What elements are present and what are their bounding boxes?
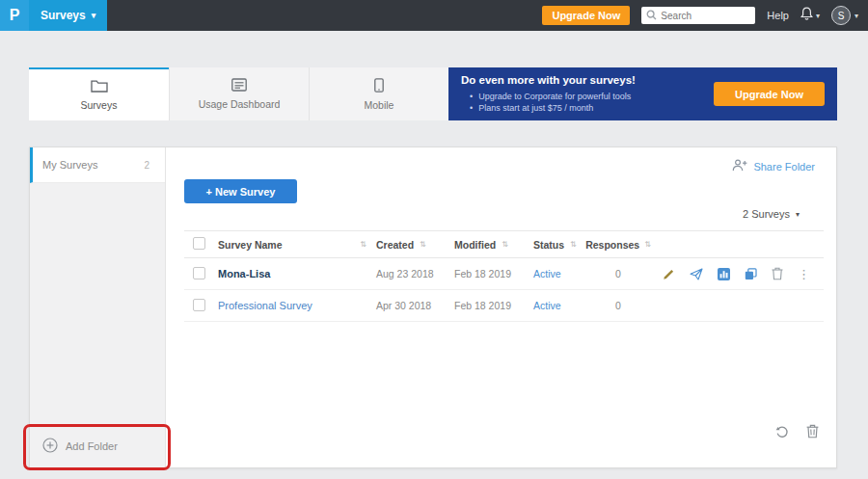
column-header-label: Created (376, 239, 414, 251)
column-header-modified[interactable]: Modified ⇅ (454, 239, 533, 251)
responses-count: 0 (615, 268, 621, 279)
avatar: S (831, 6, 851, 25)
row-select-cell (184, 267, 218, 281)
tab-strip: Surveys Usage Dashboard Mobile (29, 67, 448, 120)
app-logo[interactable]: P (0, 0, 29, 31)
surveys-table: Survey Name ⇅ Created ⇅ Modified ⇅ Statu… (184, 230, 824, 322)
promo-bullet: • Plans start at just $75 / month (470, 102, 631, 114)
product-menu-label: Surveys (41, 9, 86, 22)
survey-name-link[interactable]: Professional Survey (218, 300, 312, 311)
upgrade-now-banner-button[interactable]: Upgrade Now (714, 82, 825, 106)
promo-bullet-text: Upgrade to Corporate for powerful tools (478, 91, 631, 102)
tab-mobile[interactable]: Mobile (309, 67, 448, 120)
status-badge: Active (533, 268, 561, 279)
chevron-down-icon: ▾ (92, 11, 96, 20)
duplicate-icon[interactable] (745, 268, 757, 280)
select-all-checkbox[interactable] (193, 237, 205, 250)
folder-count: 2 (144, 160, 149, 171)
sort-icon[interactable]: ⇅ (644, 240, 651, 249)
row-checkbox[interactable] (193, 267, 205, 279)
folders-sidebar: My Surveys 2 Add Folder (30, 147, 166, 467)
app-logo-letter: P (10, 7, 20, 24)
product-menu[interactable]: Surveys ▾ (29, 0, 107, 31)
created-date: Aug 23 2018 (376, 268, 434, 279)
table-row: Professional Survey Apr 30 2018 Feb 18 2… (184, 290, 824, 322)
row-actions: ⋮ (657, 267, 824, 280)
tab-usage-dashboard[interactable]: Usage Dashboard (169, 67, 309, 120)
survey-count-dropdown[interactable]: 2 Surveys ▾ (743, 208, 800, 220)
column-header-responses[interactable]: Responses ⇅ (580, 239, 657, 251)
column-header-label: Responses (585, 239, 639, 251)
row-select-cell (184, 299, 218, 313)
modified-date: Feb 18 2019 (454, 268, 511, 279)
topbar: P Surveys ▾ Upgrade Now Help ▾ S ▾ (0, 0, 868, 31)
select-all-cell (184, 237, 218, 252)
column-header-label: Status (533, 239, 564, 251)
search-icon (646, 7, 657, 24)
promo-bullet: • Upgrade to Corporate for powerful tool… (470, 91, 631, 102)
sort-icon[interactable]: ⇅ (502, 240, 508, 249)
more-options-icon[interactable]: ⋮ (798, 268, 810, 280)
status-badge: Active (533, 300, 561, 311)
table-row: Mona-Lisa Aug 23 2018 Feb 18 2019 Active… (184, 258, 824, 290)
tab-label: Surveys (81, 99, 118, 111)
bell-icon (800, 7, 813, 24)
new-survey-button[interactable]: + New Survey (184, 179, 297, 203)
column-header-label: Survey Name (218, 239, 283, 251)
send-icon[interactable] (690, 268, 703, 280)
responses-count: 0 (615, 300, 621, 311)
mobile-icon (374, 78, 384, 94)
trash-icon[interactable] (806, 424, 819, 439)
panel-bottom-actions (775, 424, 819, 439)
edit-icon[interactable] (663, 268, 675, 280)
promo-title: Do even more with your surveys! (461, 74, 636, 86)
survey-count-label: 2 Surveys (743, 208, 790, 220)
column-header-label: Modified (454, 239, 496, 251)
notifications-menu[interactable]: ▾ (800, 7, 820, 24)
chevron-down-icon: ▾ (816, 12, 820, 20)
bullet-icon: • (470, 102, 473, 114)
search-box[interactable] (641, 7, 755, 24)
chevron-down-icon: ▾ (796, 210, 800, 219)
upgrade-now-button[interactable]: Upgrade Now (542, 6, 630, 25)
chevron-down-icon: ▾ (854, 12, 858, 20)
dashboard-icon (231, 78, 247, 93)
restore-icon[interactable] (775, 424, 789, 439)
survey-name-link[interactable]: Mona-Lisa (218, 268, 270, 279)
created-date: Apr 30 2018 (376, 300, 431, 311)
share-folder-link[interactable]: Share Folder (732, 159, 815, 173)
folder-icon (91, 79, 108, 94)
bullet-icon: • (470, 91, 473, 102)
promo-banner: Do even more with your surveys! • Upgrad… (448, 67, 837, 120)
modified-date: Feb 18 2019 (454, 300, 511, 311)
tab-label: Usage Dashboard (199, 98, 281, 110)
sort-icon[interactable]: ⇅ (570, 240, 577, 249)
row-checkbox[interactable] (193, 299, 205, 311)
search-input[interactable] (661, 11, 747, 21)
share-folder-label: Share Folder (753, 161, 815, 173)
help-link[interactable]: Help (767, 10, 789, 21)
column-header-created[interactable]: Created ⇅ (376, 239, 454, 251)
promo-bullet-text: Plans start at just $75 / month (478, 102, 593, 114)
sidebar-item-my-surveys[interactable]: My Surveys 2 (30, 147, 165, 183)
sort-icon[interactable]: ⇅ (420, 240, 426, 249)
add-folder-button[interactable]: Add Folder (30, 425, 165, 467)
tab-label: Mobile (365, 99, 394, 111)
column-header-name[interactable]: Survey Name ⇅ (218, 239, 376, 251)
tab-surveys[interactable]: Surveys (29, 67, 169, 120)
surveys-panel: My Surveys 2 Add Folder Share Folder + N… (29, 146, 837, 468)
sort-icon[interactable]: ⇅ (360, 240, 366, 249)
promo-bullets: • Upgrade to Corporate for powerful tool… (470, 91, 631, 114)
account-menu[interactable]: S ▾ (831, 6, 858, 25)
person-plus-icon (732, 159, 747, 173)
add-folder-label: Add Folder (66, 440, 118, 452)
folder-label: My Surveys (42, 159, 97, 171)
stats-icon[interactable] (718, 268, 730, 280)
circle-plus-icon (42, 438, 58, 455)
delete-icon[interactable] (772, 267, 783, 280)
topbar-right: Upgrade Now Help ▾ S ▾ (542, 0, 868, 31)
table-header-row: Survey Name ⇅ Created ⇅ Modified ⇅ Statu… (184, 230, 824, 258)
column-header-status[interactable]: Status ⇅ (533, 239, 580, 251)
